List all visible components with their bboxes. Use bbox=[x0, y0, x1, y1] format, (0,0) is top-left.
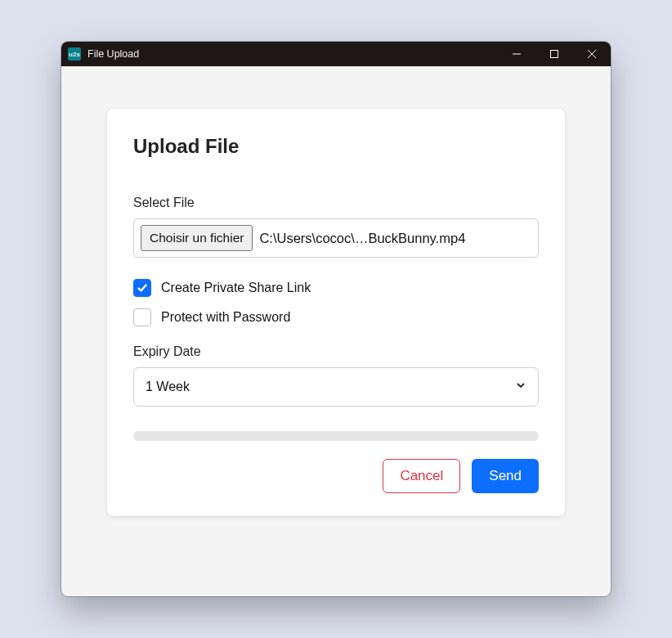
card-heading: Upload File bbox=[133, 135, 539, 158]
password-checkbox[interactable] bbox=[133, 308, 151, 326]
file-input-row[interactable]: Choisir un fichier C:\Users\cococ\…BuckB… bbox=[133, 218, 539, 258]
private-share-row: Create Private Share Link bbox=[133, 279, 539, 297]
chevron-down-icon bbox=[515, 380, 526, 394]
minimize-button[interactable] bbox=[498, 42, 535, 66]
app-icon: u2s bbox=[68, 47, 81, 61]
cancel-button[interactable]: Cancel bbox=[383, 459, 460, 493]
client-area: Upload File Select File Choisir un fichi… bbox=[61, 66, 611, 596]
expiry-value: 1 Week bbox=[146, 380, 190, 394]
private-share-label: Create Private Share Link bbox=[161, 281, 311, 295]
expiry-label: Expiry Date bbox=[133, 344, 539, 359]
select-file-label: Select File bbox=[133, 195, 539, 210]
choose-file-button[interactable]: Choisir un fichier bbox=[141, 225, 253, 251]
titlebar: u2s File Upload bbox=[61, 42, 611, 66]
maximize-button[interactable] bbox=[535, 42, 573, 66]
window-title: File Upload bbox=[87, 48, 139, 60]
progress-bar bbox=[133, 431, 539, 441]
upload-card: Upload File Select File Choisir un fichi… bbox=[107, 109, 565, 516]
window-controls bbox=[498, 42, 611, 66]
close-button[interactable] bbox=[573, 42, 611, 66]
private-share-checkbox[interactable] bbox=[133, 279, 151, 297]
action-row: Cancel Send bbox=[133, 459, 539, 493]
password-label: Protect with Password bbox=[161, 310, 290, 325]
svg-rect-1 bbox=[551, 51, 558, 58]
expiry-select[interactable]: 1 Week bbox=[133, 367, 539, 407]
password-row: Protect with Password bbox=[133, 308, 539, 326]
app-window: u2s File Upload Upload File Select File … bbox=[61, 42, 611, 596]
selected-file-name: C:\Users\cococ\…BuckBunny.mp4 bbox=[259, 231, 465, 246]
send-button[interactable]: Send bbox=[472, 459, 539, 493]
